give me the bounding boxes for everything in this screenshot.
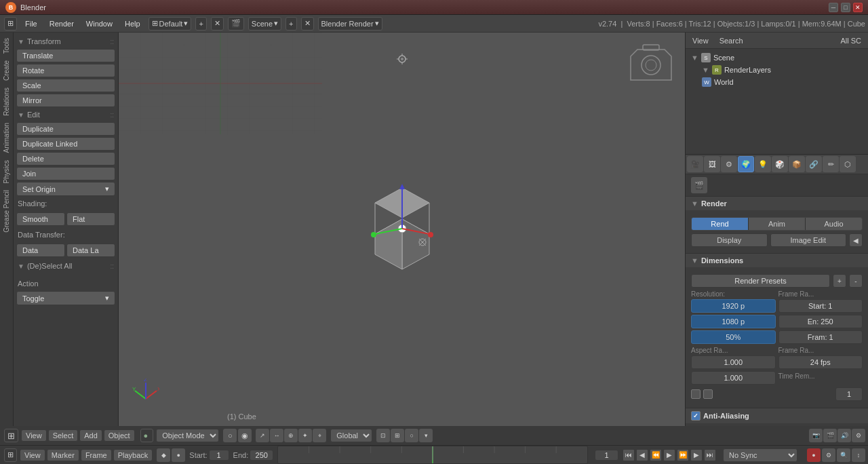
res-y-field[interactable]: 1080 p: [691, 315, 776, 328]
start-frame-field[interactable]: Start: 1: [778, 299, 863, 313]
timeline-record-btn[interactable]: ●: [172, 448, 185, 462]
delete-button[interactable]: Delete: [16, 152, 115, 166]
viewport-tool-1[interactable]: ↗: [256, 429, 269, 442]
preset-remove-btn[interactable]: -: [849, 274, 863, 288]
next-keyframe-btn[interactable]: ⏩: [677, 449, 689, 461]
viewport-extra-btn[interactable]: ⚙: [852, 429, 865, 442]
render-audio-btn[interactable]: 🔊: [837, 429, 851, 442]
render-anim-btn[interactable]: 🎬: [823, 429, 837, 442]
snap-btn[interactable]: ⊡: [376, 429, 390, 442]
time-checkbox[interactable]: [691, 389, 701, 399]
viewport-view-btn[interactable]: View: [21, 429, 47, 442]
current-frame-field[interactable]: Fram: 1: [778, 330, 863, 344]
outliner-all-sc-btn[interactable]: All SC: [836, 35, 865, 46]
viewport-tool-4[interactable]: ✦: [298, 429, 312, 442]
jump-end-btn[interactable]: ⏭: [704, 449, 716, 461]
dimensions-header[interactable]: ▼ Dimensions: [686, 254, 868, 267]
viewport-tool-3[interactable]: ⊕: [284, 429, 298, 442]
outliner-search-btn[interactable]: Search: [715, 35, 747, 46]
aa-checkbox[interactable]: [691, 411, 701, 421]
strip-tab-tools[interactable]: Tools: [1, 35, 12, 56]
timeline-nav-2[interactable]: ↕: [852, 448, 865, 462]
timeline-extra-btn[interactable]: ⚙: [822, 448, 835, 462]
menu-help[interactable]: Help: [119, 18, 146, 29]
tree-item-world[interactable]: W World: [688, 76, 865, 88]
render-section-header[interactable]: ▼ Render: [686, 197, 868, 210]
scale-button[interactable]: Scale: [16, 79, 115, 92]
current-frame-timeline[interactable]: 1: [595, 450, 618, 461]
aa-header[interactable]: Anti-Aliasing: [686, 408, 868, 423]
global-local-select[interactable]: Global Local: [330, 429, 372, 442]
rend-tab[interactable]: Rend: [692, 218, 748, 230]
minimize-button[interactable]: ─: [829, 3, 838, 12]
prop-icon-render[interactable]: 🎥: [687, 156, 703, 172]
prop-scene-icon[interactable]: 🎬: [691, 177, 707, 193]
prop-icon-particles[interactable]: ⬡: [840, 156, 856, 172]
viewport-select-btn[interactable]: Select: [48, 429, 79, 442]
prop-icon-constraints[interactable]: 🎲: [772, 156, 788, 172]
viewport-shade-1[interactable]: ○: [223, 429, 237, 442]
strip-tab-create[interactable]: Create: [1, 58, 12, 83]
scene-add-btn[interactable]: +: [285, 17, 296, 31]
image-edit-tab[interactable]: Image Edit: [770, 233, 847, 247]
rotate-button[interactable]: Rotate: [16, 64, 115, 77]
time-checkbox2[interactable]: [703, 389, 713, 399]
maximize-button[interactable]: □: [841, 3, 850, 12]
strip-tab-animation[interactable]: Animation: [1, 120, 12, 155]
fps-field[interactable]: 24 fps: [778, 355, 863, 369]
close-button[interactable]: ✕: [853, 3, 863, 12]
prop-icon-modifiers[interactable]: 📦: [789, 156, 805, 172]
end-frame-timeline[interactable]: 250: [250, 450, 273, 461]
tree-item-render-layers[interactable]: ▼ R RenderLayers: [688, 64, 865, 76]
viewport-object-btn[interactable]: Object: [104, 429, 135, 442]
editor-type-selector[interactable]: ⊞: [4, 17, 17, 31]
render-presets-btn[interactable]: Render Presets: [691, 274, 830, 288]
viewport-shade-2[interactable]: ◉: [238, 429, 252, 442]
time-value-field[interactable]: 1: [835, 387, 863, 401]
strip-tab-physics[interactable]: Physics: [1, 157, 12, 186]
scene-type-selector[interactable]: 🎬: [228, 17, 244, 31]
prop-icon-render-layers[interactable]: 🖼: [704, 156, 720, 172]
workspace-selector[interactable]: ⊞ Default ▾: [149, 17, 192, 31]
res-pct-field[interactable]: 50%: [691, 330, 776, 344]
duplicate-button[interactable]: Duplicate: [16, 122, 115, 136]
edit-section-header[interactable]: ▼ Edit ::: [16, 109, 115, 121]
prop-icon-material[interactable]: ✏: [823, 156, 839, 172]
sync-mode-select[interactable]: No Sync Frame Dropping Sync to Audio: [723, 448, 797, 462]
mirror-button[interactable]: Mirror: [16, 94, 115, 107]
prop-icon-data[interactable]: 🔗: [806, 156, 822, 172]
strip-tab-grease-pencil[interactable]: Grease Pencil: [1, 187, 12, 235]
aspect-y-field[interactable]: 1.000: [691, 371, 776, 385]
tree-item-scene[interactable]: ▼ S Scene: [688, 52, 865, 64]
duplicate-linked-button[interactable]: Duplicate Linked: [16, 137, 115, 151]
timeline-editor-type[interactable]: ⊞: [4, 448, 17, 462]
menu-window[interactable]: Window: [81, 18, 118, 29]
proportional-type-btn[interactable]: ▾: [419, 429, 433, 442]
viewport-add-btn[interactable]: Add: [79, 429, 102, 442]
aspect-x-field[interactable]: 1.000: [691, 355, 776, 369]
scene-selector[interactable]: Scene ▾: [248, 17, 281, 31]
timeline-ruler[interactable]: [277, 446, 588, 464]
next-frame-btn[interactable]: ▶: [690, 449, 703, 461]
mode-indicator[interactable]: ●: [140, 429, 154, 442]
res-x-field[interactable]: 1920 p: [691, 299, 776, 313]
workspace-close-btn[interactable]: ✕: [211, 17, 224, 31]
prop-icon-scene[interactable]: ⚙: [721, 156, 737, 172]
data-button[interactable]: Data: [16, 244, 65, 257]
3d-cube[interactable]: [355, 181, 450, 277]
join-button[interactable]: Join: [16, 167, 115, 180]
proportional-btn[interactable]: ○: [405, 429, 418, 442]
toggle-dropdown[interactable]: Toggle ▾: [16, 291, 115, 305]
menu-file[interactable]: File: [20, 18, 43, 29]
prop-icon-world[interactable]: 🌍: [738, 156, 754, 172]
display-tab[interactable]: Display: [691, 233, 768, 247]
smooth-button[interactable]: Smooth: [16, 212, 65, 226]
snap-type-btn[interactable]: ⊞: [391, 429, 404, 442]
audio-tab[interactable]: Audio: [806, 218, 862, 230]
engine-selector[interactable]: Blender Render ▾: [318, 17, 382, 31]
tab-extra-btn[interactable]: ◀: [849, 233, 863, 247]
flat-button[interactable]: Flat: [66, 212, 115, 226]
start-frame-timeline[interactable]: 1: [209, 450, 229, 461]
anim-tab[interactable]: Anim: [749, 218, 805, 230]
data-la-button[interactable]: Data La: [66, 244, 115, 257]
